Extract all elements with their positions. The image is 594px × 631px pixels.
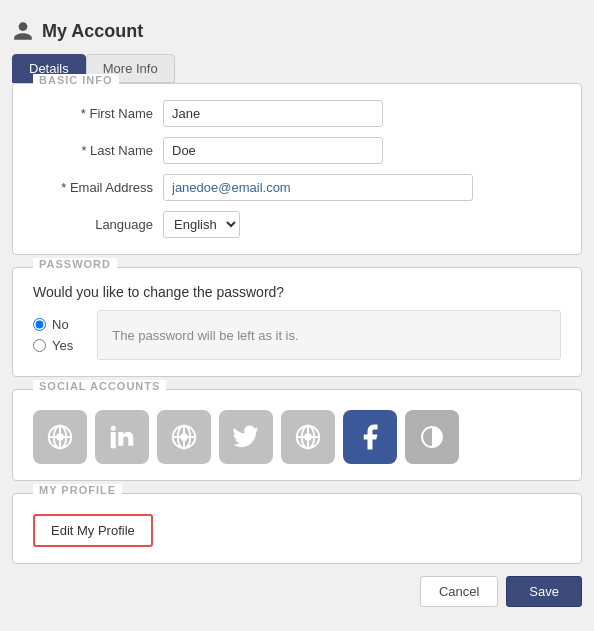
language-label: Language [33,217,163,232]
social-icon-facebook[interactable] [343,410,397,464]
cancel-button[interactable]: Cancel [420,576,498,607]
language-select[interactable]: English [163,211,240,238]
facebook-icon [355,422,385,452]
social-icon-generic2[interactable] [157,410,211,464]
first-name-label: * First Name [33,106,163,121]
twitter-icon [231,422,261,452]
email-input[interactable] [163,174,473,201]
save-button[interactable]: Save [506,576,582,607]
password-no-radio[interactable] [33,318,46,331]
social-icon-generic1[interactable] [33,410,87,464]
last-name-input[interactable] [163,137,383,164]
password-no-option[interactable]: No [33,317,73,332]
password-legend: PASSWORD [33,258,117,270]
password-options-layout: No Yes The password will be left as it i… [33,310,561,360]
email-label: * Email Address [33,180,163,195]
password-note: The password will be left as it is. [97,310,561,360]
password-question: Would you like to change the password? [33,284,561,300]
linkedin-icon [107,422,137,452]
footer-buttons: Cancel Save [12,576,582,607]
social-accounts-section: SOCIAL ACCOUNTS [12,389,582,481]
svg-rect-6 [111,432,116,448]
password-yes-radio[interactable] [33,339,46,352]
social-icon-linkedin[interactable] [95,410,149,464]
social-icons-list [33,406,561,464]
halfcircle-icon [417,422,447,452]
last-name-label: * Last Name [33,143,163,158]
page-container: My Account Details More Info BASIC INFO … [12,10,582,617]
social-icon-generic3[interactable] [281,410,335,464]
generic3-icon [293,422,323,452]
password-yes-option[interactable]: Yes [33,338,73,353]
basic-info-section: BASIC INFO * First Name * Last Name * Em… [12,83,582,255]
edit-profile-button[interactable]: Edit My Profile [33,514,153,547]
user-icon [12,20,34,42]
generic2-icon [169,422,199,452]
basic-info-legend: BASIC INFO [33,74,119,86]
first-name-row: * First Name [33,100,561,127]
social-icon-halfcircle[interactable] [405,410,459,464]
social-icon-twitter[interactable] [219,410,273,464]
page-title: My Account [12,20,582,42]
my-profile-legend: MY PROFILE [33,484,122,496]
password-radio-group: No Yes [33,317,73,353]
social-accounts-legend: SOCIAL ACCOUNTS [33,380,166,392]
password-section: PASSWORD Would you like to change the pa… [12,267,582,377]
svg-point-7 [111,426,116,431]
email-row: * Email Address [33,174,561,201]
language-row: Language English [33,211,561,238]
first-name-input[interactable] [163,100,383,127]
my-profile-section: MY PROFILE Edit My Profile [12,493,582,564]
last-name-row: * Last Name [33,137,561,164]
generic1-icon [45,422,75,452]
